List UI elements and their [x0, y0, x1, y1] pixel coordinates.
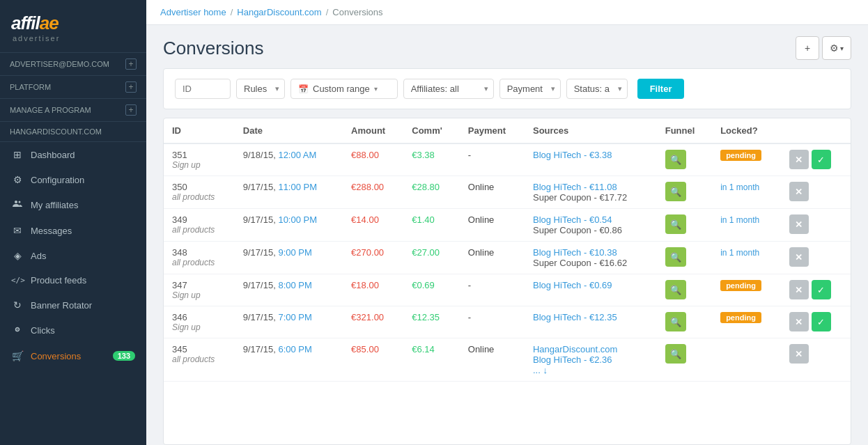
chevron-down-icon: ▾ — [840, 45, 844, 52]
cell-comm: €1.40 — [403, 209, 460, 242]
pending-badge: pending — [720, 280, 761, 291]
sidebar-item-configuration[interactable]: ⚙ Configuration — [0, 167, 146, 192]
source-link[interactable]: Blog HiTech - €0.69 — [533, 280, 612, 290]
source-link[interactable]: Blog HiTech - €12.35 — [533, 312, 617, 322]
sidebar-item-dashboard[interactable]: ⊞ Dashboard — [0, 142, 146, 167]
sidebar-item-banner-rotator[interactable]: ↻ Banner Rotator — [0, 292, 146, 318]
sidebar-item-conversions[interactable]: 🛒 Conversions 133 — [0, 343, 146, 368]
row-id: 348 — [172, 247, 226, 258]
sidebar-section-hangardiscount[interactable]: HANGARDISCOUNT.COM — [0, 122, 146, 142]
section-label: PLATFORM — [10, 83, 51, 91]
sidebar-section-platform[interactable]: PLATFORM + — [0, 76, 146, 99]
date-main: 9/17/15, — [243, 182, 276, 192]
funnel-search-button[interactable]: 🔍 — [665, 280, 686, 299]
comm-value: €0.69 — [412, 280, 435, 290]
settings-button[interactable]: ⚙ ▾ — [822, 36, 851, 60]
section-label: HANGARDISCOUNT.COM — [10, 127, 102, 136]
cell-amount: €321.00 — [343, 306, 403, 338]
reject-button[interactable]: ✕ — [789, 182, 809, 201]
nav-label: Configuration — [31, 175, 84, 185]
rules-select[interactable]: Rules — [236, 79, 285, 99]
funnel-search-button[interactable]: 🔍 — [665, 344, 686, 364]
sidebar-section-advertiser[interactable]: ADVERTISER@DEMO.COM + — [0, 53, 146, 76]
source-link[interactable]: Blog HiTech - €0.54 — [533, 214, 612, 225]
amount-value: €288.00 — [351, 182, 384, 192]
id-input[interactable] — [175, 79, 231, 99]
affiliates-select[interactable]: Affiliates: all — [403, 79, 494, 99]
cell-actions: ✕ — [781, 209, 851, 242]
filter-button[interactable]: Filter — [637, 79, 685, 99]
comm-value: €1.40 — [412, 214, 435, 225]
cell-amount: €270.00 — [343, 242, 403, 274]
add-button[interactable]: + — [796, 36, 819, 60]
locked-date-link[interactable]: in 1 month — [720, 182, 759, 192]
nav-label: Clicks — [31, 325, 55, 336]
date-range-button[interactable]: 📅 Custom range ▾ — [290, 79, 398, 99]
date-main: 9/17/15, — [243, 312, 276, 322]
source-link[interactable]: HangarDiscount.com — [533, 344, 617, 354]
sidebar-item-clicks[interactable]: Clicks — [0, 318, 146, 343]
section-label: MANAGE A PROGRAM — [10, 106, 91, 114]
funnel-search-button[interactable]: 🔍 — [665, 214, 686, 234]
sidebar-section-manage[interactable]: MANAGE A PROGRAM + — [0, 99, 146, 122]
source-link[interactable]: Blog HiTech - €3.38 — [533, 150, 612, 160]
amount-value: €321.00 — [351, 312, 384, 322]
date-main: 9/17/15, — [243, 247, 276, 258]
sidebar-item-affiliates[interactable]: My affiliates — [0, 192, 146, 218]
cell-sources: Blog HiTech - €10.38Super Coupon - €16.6… — [525, 242, 657, 274]
payments-select[interactable]: Payment — [499, 79, 561, 99]
date-time: 6:00 PM — [278, 344, 311, 354]
sidebar-item-product-feeds[interactable]: </> Product feeds — [0, 268, 146, 292]
amount-value: €88.00 — [351, 150, 379, 160]
status-select[interactable]: Status: a — [566, 79, 628, 99]
reject-button[interactable]: ✕ — [789, 214, 809, 234]
source-text: Super Coupon - €17.72 — [533, 192, 649, 203]
reject-button[interactable]: ✕ — [789, 280, 809, 299]
source-link[interactable]: Blog HiTech - €2.36 — [533, 354, 612, 365]
date-time: 8:00 PM — [278, 280, 311, 290]
messages-icon: ✉ — [11, 225, 24, 236]
action-buttons: ✕✓ — [789, 280, 842, 299]
breadcrumb-advertiser-home[interactable]: Advertiser home — [160, 7, 226, 17]
rules-select-wrapper: Rules — [236, 79, 285, 99]
col-id: ID — [164, 118, 235, 143]
date-main: 9/17/15, — [243, 344, 276, 354]
expand-icon: + — [125, 81, 137, 93]
funnel-search-button[interactable]: 🔍 — [665, 312, 686, 331]
cell-funnel: 🔍 — [657, 176, 712, 209]
reject-button[interactable]: ✕ — [789, 344, 809, 364]
approve-button[interactable]: ✓ — [812, 280, 831, 299]
reject-button[interactable]: ✕ — [789, 150, 809, 169]
sidebar-item-ads[interactable]: ◈ Ads — [0, 243, 146, 268]
affiliates-select-wrapper: Affiliates: all — [403, 79, 494, 99]
approve-button[interactable]: ✓ — [812, 150, 831, 169]
cell-funnel: 🔍 — [657, 338, 712, 382]
source-link[interactable]: Blog HiTech - €11.08 — [533, 182, 617, 192]
locked-date-link[interactable]: in 1 month — [720, 215, 759, 225]
expand-icon: + — [125, 104, 137, 116]
table-row: 346Sign up9/17/15, 7:00 PM€321.00€12.35-… — [164, 306, 851, 338]
reject-button[interactable]: ✕ — [789, 312, 809, 331]
header-actions: + ⚙ ▾ — [796, 36, 851, 60]
row-id: 347 — [172, 280, 226, 290]
ads-icon: ◈ — [11, 250, 24, 261]
funnel-search-button[interactable]: 🔍 — [665, 182, 686, 201]
funnel-search-button[interactable]: 🔍 — [665, 247, 686, 267]
funnel-search-button[interactable]: 🔍 — [665, 150, 686, 169]
breadcrumb-hangardiscount[interactable]: HangarDiscount.com — [237, 7, 321, 17]
sidebar-item-messages[interactable]: ✉ Messages — [0, 218, 146, 243]
amount-value: €85.00 — [351, 344, 379, 354]
amount-value: €270.00 — [351, 247, 384, 258]
source-link[interactable]: Blog HiTech - €10.38 — [533, 247, 617, 258]
reject-button[interactable]: ✕ — [789, 247, 809, 267]
comm-value: €27.00 — [412, 247, 440, 258]
approve-button[interactable]: ✓ — [812, 312, 831, 331]
table-row: 350all products9/17/15, 11:00 PM€288.00€… — [164, 176, 851, 209]
cell-payment: - — [460, 274, 525, 306]
row-id: 350 — [172, 182, 226, 192]
amount-value: €14.00 — [351, 214, 379, 225]
cell-payment: - — [460, 143, 525, 176]
locked-date-link[interactable]: in 1 month — [720, 248, 759, 258]
row-sub: all products — [172, 225, 226, 235]
main-content: Advertiser home / HangarDiscount.com / C… — [146, 0, 868, 445]
